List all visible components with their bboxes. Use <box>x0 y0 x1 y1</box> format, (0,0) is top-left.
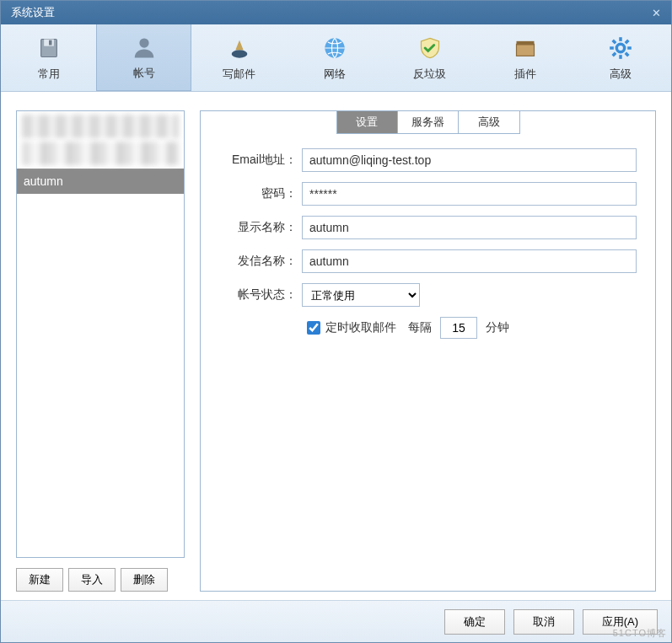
list-item[interactable] <box>22 115 179 138</box>
toolbar-label: 插件 <box>514 67 536 82</box>
sender-name-label: 发信名称： <box>219 254 302 269</box>
status-select[interactable]: 正常使用 <box>302 283 420 307</box>
box-icon <box>512 35 539 62</box>
toolbar-item-antispam[interactable]: 反垃圾 <box>382 24 477 91</box>
account-label: autumn <box>24 174 63 188</box>
interval-suffix: 分钟 <box>486 320 509 335</box>
delete-button[interactable]: 删除 <box>121 568 168 592</box>
svg-line-14 <box>625 52 628 56</box>
toolbar-label: 高级 <box>610 67 632 82</box>
footer: 确定 取消 应用(A) 51CTO博客 <box>1 600 671 642</box>
close-icon[interactable]: ✕ <box>648 7 664 19</box>
status-label: 帐号状态： <box>219 287 302 303</box>
toolbar-item-common[interactable]: 常用 <box>1 24 96 91</box>
interval-field[interactable] <box>440 317 477 339</box>
toolbar-item-account[interactable]: 帐号 <box>96 24 191 91</box>
new-button[interactable]: 新建 <box>16 568 63 592</box>
email-label: Email地址： <box>219 153 302 168</box>
cancel-button[interactable]: 取消 <box>513 609 574 635</box>
list-item-selected[interactable]: autumn <box>17 169 184 194</box>
svg-point-3 <box>139 38 148 47</box>
toolbar-item-plugins[interactable]: 插件 <box>477 24 573 91</box>
schedule-checkbox[interactable] <box>307 321 320 335</box>
interval-prefix: 每隔 <box>408 320 432 335</box>
sender-name-field[interactable] <box>302 249 637 273</box>
subtabs: 设置 服务器 高级 <box>336 110 520 134</box>
svg-point-4 <box>231 50 247 57</box>
toolbar-item-network[interactable]: 网络 <box>287 24 382 91</box>
tab-server[interactable]: 服务器 <box>398 111 459 133</box>
toolbar-label: 帐号 <box>133 66 155 81</box>
list-item[interactable] <box>22 142 179 165</box>
floppy-icon <box>35 35 62 62</box>
toolbar-label: 网络 <box>324 67 346 82</box>
titlebar: 系统设置 ✕ <box>1 1 671 24</box>
window-title: 系统设置 <box>11 5 55 20</box>
apply-button[interactable]: 应用(A) <box>583 609 658 635</box>
tab-advanced[interactable]: 高级 <box>459 111 519 133</box>
svg-rect-2 <box>49 40 52 45</box>
password-label: 密码： <box>219 186 302 201</box>
toolbar-item-advanced[interactable]: 高级 <box>573 24 668 91</box>
import-button[interactable]: 导入 <box>68 568 116 592</box>
toolbar-label: 反垃圾 <box>413 67 446 82</box>
svg-rect-6 <box>516 44 534 56</box>
toolbar-item-compose[interactable]: 写邮件 <box>191 24 287 91</box>
password-field[interactable] <box>302 182 637 206</box>
svg-line-13 <box>612 40 616 43</box>
ok-button[interactable]: 确定 <box>444 609 505 635</box>
gear-icon <box>607 35 634 62</box>
person-icon <box>131 34 158 61</box>
toolbar: 常用 帐号 写邮件 网络 反垃圾 <box>1 24 671 92</box>
svg-line-16 <box>625 40 628 43</box>
inkwell-icon <box>226 35 253 62</box>
account-list: autumn <box>16 110 185 558</box>
schedule-label: 定时收取邮件 <box>325 320 396 335</box>
display-name-field[interactable] <box>302 216 637 239</box>
toolbar-label: 常用 <box>38 67 60 82</box>
svg-point-8 <box>616 44 624 51</box>
svg-rect-7 <box>516 40 534 45</box>
display-name-label: 显示名称： <box>219 220 302 235</box>
form-panel: 设置 服务器 高级 Email地址： 密码： 显示名称： 发信名称 <box>200 110 656 592</box>
tab-settings[interactable]: 设置 <box>337 111 398 133</box>
svg-line-15 <box>612 52 616 56</box>
globe-icon <box>321 35 348 62</box>
shield-check-icon <box>417 35 444 62</box>
toolbar-label: 写邮件 <box>223 67 255 82</box>
email-field[interactable] <box>302 148 637 172</box>
